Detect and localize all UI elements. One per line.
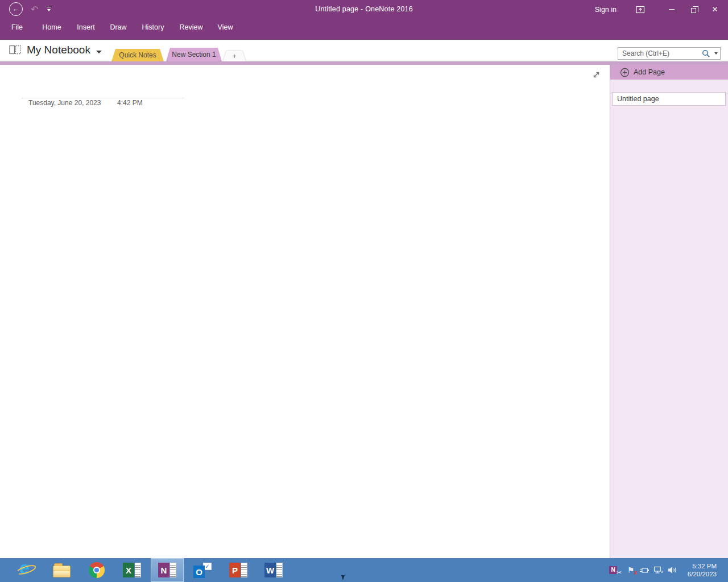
- create-section-tab[interactable]: +: [223, 51, 246, 61]
- menu-history[interactable]: History: [142, 23, 164, 31]
- taskbar: e X N ✓ O P W N✂: [0, 558, 728, 582]
- tray-volume-icon[interactable]: [665, 558, 679, 582]
- taskbar-powerpoint-icon[interactable]: P: [222, 558, 255, 582]
- close-button[interactable]: ✕: [706, 3, 723, 16]
- minimize-button[interactable]: [663, 3, 680, 16]
- taskbar-chrome-icon[interactable]: [80, 558, 113, 582]
- taskbar-file-explorer-icon[interactable]: [45, 558, 78, 582]
- search-icon[interactable]: [702, 49, 710, 60]
- add-page-button[interactable]: Add Page: [610, 65, 728, 80]
- notebook-icon: [9, 45, 22, 57]
- mouse-cursor: [341, 575, 345, 580]
- taskbar-excel-icon[interactable]: X: [115, 558, 148, 582]
- menu-file[interactable]: File: [11, 23, 23, 31]
- full-page-view-icon[interactable]: [592, 70, 601, 81]
- menu-insert[interactable]: Insert: [77, 23, 94, 31]
- tray-power-icon[interactable]: [638, 558, 651, 582]
- notebook-dropdown[interactable]: My Notebook: [9, 43, 102, 57]
- section-tab-quick-notes[interactable]: Quick Notes: [111, 49, 164, 61]
- section-tab-new-section-1[interactable]: New Section 1: [166, 48, 222, 61]
- ribbon-display-options-icon[interactable]: [636, 6, 645, 14]
- restore-button[interactable]: [685, 3, 702, 16]
- taskbar-outlook-icon[interactable]: ✓ O: [186, 558, 219, 582]
- page-item-title: Untitled page: [617, 95, 659, 103]
- taskbar-onenote-icon[interactable]: N: [151, 558, 184, 582]
- title-bar: ← ↶ Untitled page - OneNote 2016 Sign in…: [0, 0, 728, 40]
- chevron-down-icon: [96, 51, 102, 53]
- clock-date: 6/20/2023: [681, 570, 717, 578]
- add-page-plus-icon: [620, 68, 630, 77]
- tray-network-icon[interactable]: [652, 558, 665, 582]
- search-box: [618, 47, 721, 60]
- tray-action-center-flag-icon[interactable]: ⚑✘: [624, 558, 637, 582]
- menu-home[interactable]: Home: [42, 23, 61, 31]
- tray-onenote-clipper-icon[interactable]: N✂: [605, 558, 621, 582]
- notebook-name: My Notebook: [27, 44, 90, 56]
- page-canvas[interactable]: Tuesday, June 20, 2023 4:42 PM: [0, 65, 610, 558]
- page-list-item-untitled[interactable]: Untitled page: [612, 92, 726, 106]
- taskbar-word-icon[interactable]: W: [257, 558, 290, 582]
- notebook-nav-bar: My Notebook Quick Notes New Section 1 +: [0, 40, 728, 61]
- ribbon-menu: File Home Insert Draw History Review Vie…: [0, 23, 728, 35]
- clock-time: 5:32 PM: [681, 562, 717, 570]
- taskbar-clock[interactable]: 5:32 PM 6/20/2023: [681, 558, 717, 582]
- menu-view[interactable]: View: [218, 23, 233, 31]
- plus-icon: +: [223, 51, 246, 61]
- taskbar-internet-explorer-icon[interactable]: e: [10, 558, 43, 582]
- page-title-underline: [22, 98, 185, 98]
- onenote-window: ← ↶ Untitled page - OneNote 2016 Sign in…: [0, 0, 728, 582]
- sign-in-button[interactable]: Sign in: [595, 6, 617, 14]
- page-date-stamp: Tuesday, June 20, 2023: [28, 99, 101, 107]
- menu-draw[interactable]: Draw: [110, 23, 126, 31]
- search-scope-caret-icon[interactable]: [714, 52, 718, 55]
- menu-review[interactable]: Review: [180, 23, 203, 31]
- add-page-label: Add Page: [634, 68, 665, 76]
- page-time-stamp: 4:42 PM: [117, 99, 143, 107]
- page-list-panel: Add Page Untitled page: [610, 65, 728, 558]
